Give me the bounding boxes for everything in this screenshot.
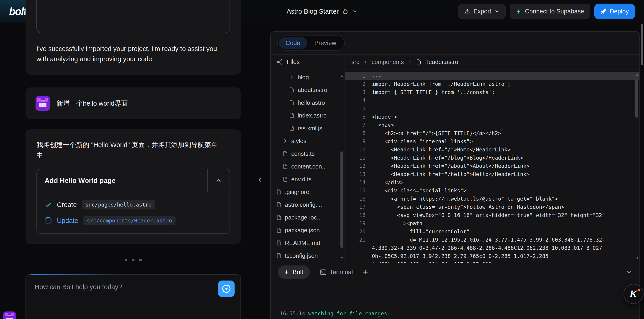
file-icon [289, 100, 294, 106]
tree-file-content.con...[interactable]: content.con... [271, 160, 344, 173]
file-icon [416, 59, 422, 65]
file-tree-icon [277, 59, 283, 65]
page-scrollbar-thumb[interactable] [641, 24, 643, 65]
new-terminal-button[interactable]: + [363, 268, 368, 276]
tree-item-label: rss.xml.js [298, 125, 322, 132]
file-icon [276, 240, 282, 246]
tree-file-about.astro[interactable]: about.astro [271, 84, 344, 96]
scroll-down-arrow[interactable]: ▼ [340, 256, 344, 260]
workbench-panel: Code Preview Files src components Header… [270, 31, 640, 319]
tab-code[interactable]: Code [279, 37, 307, 49]
check-icon [45, 201, 52, 208]
project-title-menu[interactable]: Astro Blog Starter [287, 0, 358, 23]
terminal-tab-terminal[interactable]: Terminal [320, 269, 353, 276]
carousel-dot[interactable] [132, 259, 134, 262]
chevron-right-icon [363, 60, 368, 64]
file-path-chip[interactable]: src/components/Header.astro [83, 216, 176, 226]
tree-item-label: package-loc... [285, 214, 322, 221]
collapse-actions-button[interactable] [207, 170, 230, 192]
tree-item-label: consts.ts [291, 150, 315, 157]
carousel-dot[interactable] [139, 259, 142, 262]
export-button[interactable]: Export [458, 4, 506, 19]
line-number: 6 [345, 113, 372, 121]
user-avatar-small[interactable] [3, 312, 16, 319]
line-number: 1 [345, 72, 372, 80]
connect-supabase-button[interactable]: Connect to Supabase [510, 4, 590, 19]
line-number: 2 [345, 80, 372, 88]
action-verb: Create [57, 201, 77, 208]
line-number: 14 [345, 178, 372, 186]
file-path-chip[interactable]: src/pages/hello.astro [82, 200, 155, 210]
tree-file-README.md[interactable]: README.md [271, 236, 344, 249]
code-line: 21 d="M11.19 12.195c2.016-.24 3.77-1.475… [345, 236, 640, 263]
chat-input-box [26, 274, 241, 319]
stop-generation-button[interactable] [218, 280, 234, 297]
action-item: Updatesrc/components/Header.astro [45, 216, 222, 226]
tree-file-env.d.ts[interactable]: env.d.ts [271, 173, 344, 186]
scroll-up-arrow[interactable]: ▲ [636, 73, 638, 76]
scroll-up-arrow[interactable]: ▲ [340, 74, 344, 78]
tree-file-package.json[interactable]: package.json [271, 224, 344, 236]
code-text: <h2><a href="/">{SITE_TITLE}</a></h2> [372, 129, 640, 137]
tree-folder-styles[interactable]: styles [271, 134, 344, 147]
chat-input[interactable] [34, 283, 194, 313]
tree-folder-blog[interactable]: blog [271, 71, 344, 84]
top-bar-actions: Export Connect to Supabase Deploy [458, 4, 635, 19]
help-assistant-button[interactable]: K [624, 284, 644, 304]
tree-file-hello.astro[interactable]: hello.astro [271, 96, 344, 109]
editor-scrollbar-thumb[interactable] [635, 79, 638, 118]
tree-item-label: README.md [285, 240, 320, 246]
code-text: <div class="internal-links"> [372, 137, 640, 146]
deploy-button[interactable]: Deploy [594, 4, 635, 19]
workbench-header-row: Files src components Header.astro [271, 55, 640, 70]
line-number: 10 [345, 146, 372, 154]
code-lines: 1---2import HeaderLink from './HeaderLin… [345, 72, 640, 263]
lock-icon [342, 8, 348, 14]
main-area: I've successfully imported your project.… [0, 23, 644, 319]
tree-file-tsconfig.json[interactable]: tsconfig.json [271, 249, 344, 262]
carousel-dot[interactable] [124, 259, 127, 262]
assistant-plan-card: 我将创建一个新的 "Hello World" 页面，并将其添加到导航菜单中。 A… [26, 129, 241, 244]
scroll-down-arrow[interactable]: ▼ [636, 256, 638, 260]
line-number: 13 [345, 170, 372, 178]
line-number: 17 [345, 203, 372, 211]
tree-item-label: env.d.ts [291, 176, 312, 183]
tree-file-index.astro[interactable]: index.astro [271, 109, 344, 122]
code-line: 12 <HeaderLink href="/about">About</Head… [345, 162, 640, 170]
code-text: </div> [372, 178, 640, 186]
code-editor[interactable]: 1---2import HeaderLink from './HeaderLin… [345, 70, 640, 263]
breadcrumb-src[interactable]: src [352, 58, 359, 66]
breadcrumb-file[interactable]: Header.astro [416, 58, 458, 66]
code-line: 5 [345, 104, 640, 113]
file-icon [276, 202, 282, 208]
line-number: 3 [345, 88, 372, 96]
tab-preview[interactable]: Preview [308, 37, 343, 49]
tree-file-package-loc...[interactable]: package-loc... [271, 211, 344, 224]
rocket-icon [600, 8, 606, 14]
tree-file-rss.xml.js[interactable]: rss.xml.js [271, 122, 344, 134]
code-line: 20 fill="currentColor" [345, 228, 640, 236]
collapse-terminal-button[interactable] [626, 269, 632, 276]
line-number: 16 [345, 195, 372, 203]
chat-panel: I've successfully imported your project.… [0, 23, 270, 319]
tree-item-label: package.json [285, 227, 320, 234]
tree-file-consts.ts[interactable]: consts.ts [271, 147, 344, 160]
tree-scrollbar-thumb[interactable] [340, 152, 344, 248]
supabase-icon [516, 8, 522, 14]
tree-file-.gitignore[interactable]: .gitignore [271, 186, 344, 198]
chat-message-card: I've successfully imported your project.… [26, 0, 241, 75]
terminal-output[interactable]: 16:55:14 watching for file changes... 16… [271, 281, 640, 319]
message-carousel-dots [26, 259, 241, 262]
code-line: 4--- [345, 96, 640, 104]
code-line: 2import HeaderLink from './HeaderLink.as… [345, 80, 640, 88]
collapse-chat-handle[interactable] [254, 173, 266, 187]
workbench-tab-bar: Code Preview [271, 32, 640, 55]
tree-file-astro.config....[interactable]: astro.config.... [271, 198, 344, 211]
breadcrumb-components[interactable]: components [372, 58, 404, 66]
code-line: 15 <div class="social-links"> [345, 186, 640, 195]
tree-item-label: .gitignore [285, 188, 309, 196]
terminal-tab-bolt[interactable]: Bolt [278, 266, 310, 279]
chevron-down-icon [352, 9, 357, 14]
file-tree-items: blogabout.astrohello.astroindex.astrorss… [271, 71, 344, 262]
spinner-icon [45, 217, 52, 224]
